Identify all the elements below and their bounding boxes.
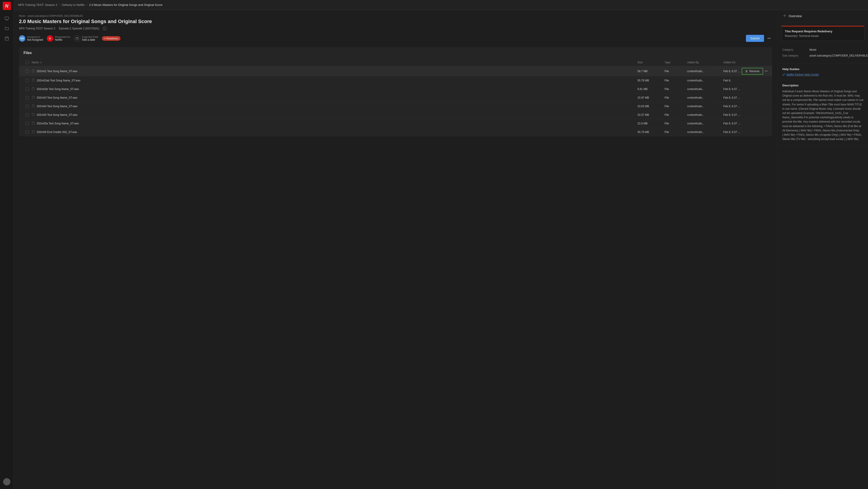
user-avatar[interactable]: [3, 478, 10, 485]
file-icon: [32, 96, 35, 99]
file-name: 202m02ab Test Song Name_ST.wav: [37, 79, 81, 82]
row-checkbox[interactable]: [26, 79, 29, 82]
page-content: Music - asset.subcategory.COMPOSER_DELIV…: [13, 10, 778, 489]
table-row: 202m02ab Test Song Name_ST.wav 55.78 MB …: [19, 76, 772, 85]
row-checkbox[interactable]: [26, 131, 29, 134]
file-added-on: Feb 8, 6:37 ...: [723, 122, 760, 125]
overview-title: Overview: [789, 14, 802, 18]
row-checkbox[interactable]: [26, 122, 29, 125]
sidebar-icon-monitor[interactable]: [3, 15, 11, 23]
file-icon: [32, 87, 35, 91]
table-row: 202m06 End Credits S02_ST.wav 45.79 MB F…: [19, 128, 772, 136]
action-bar: NA Assigned to Not Assigned N Requested …: [19, 35, 772, 42]
row-checkbox[interactable]: [26, 105, 29, 108]
reasons-value: Technical Issues: [799, 34, 819, 37]
breadcrumb-item-2[interactable]: Delivery to Netflix: [62, 3, 85, 6]
file-icon: [32, 121, 35, 125]
file-added-by: contenthubk...: [687, 88, 723, 91]
overview-header: Overview: [778, 10, 868, 22]
requested-by-item: N Requested by Netflix: [47, 35, 70, 41]
redelivery-notice-reason: Reason(s): Technical Issues: [785, 34, 861, 37]
sort-icon[interactable]: ⇅: [40, 61, 41, 64]
help-guides-title: Help Guides: [782, 67, 864, 71]
meta-episode: Episode 2: Episode 2 (81579181): [59, 27, 99, 30]
assigned-to-avatar: NA: [19, 35, 25, 41]
file-icon: [32, 130, 35, 134]
row-checkbox[interactable]: [26, 113, 29, 116]
description-title: Description: [782, 84, 864, 87]
breadcrumb-sep-1: /: [59, 3, 60, 6]
overview-icon: [782, 13, 786, 18]
calendar-icon: [74, 35, 80, 41]
info-icon[interactable]: i: [103, 27, 106, 30]
requested-by-avatar: N: [47, 35, 53, 41]
row-checkbox[interactable]: [26, 88, 29, 91]
row-checkbox-cell: [23, 79, 32, 82]
select-all-checkbox[interactable]: [26, 61, 29, 64]
file-size: 55.78 MB: [638, 79, 664, 82]
sidebar-bottom: [3, 478, 10, 487]
trash-icon: 🗑: [745, 70, 748, 73]
file-size: 9.81 MB: [638, 88, 664, 91]
row-checkbox[interactable]: [26, 70, 29, 73]
help-guides-section: Help Guides Netflix Partner Help Center: [778, 64, 868, 80]
file-name: 202m06 End Credits S02_ST.wav: [37, 131, 77, 134]
file-name-cell: 202m02ab Test Song Name_ST.wav: [32, 79, 638, 82]
help-link[interactable]: Netflix Partner Help Center: [782, 73, 864, 76]
file-name-cell: 202m03 Test Song Name_ST.wav: [32, 96, 638, 99]
file-added-by: contenthubk...: [687, 79, 723, 82]
file-added-by: contenthubk...: [687, 96, 723, 99]
expected-date-value[interactable]: Add a date: [82, 38, 98, 41]
table-row: 202m02b Test Song Name_ST.wav 9.81 MB Fi…: [19, 85, 772, 93]
help-link-label: Netflix Partner Help Center: [786, 73, 819, 76]
category-row: Category Music: [782, 48, 864, 51]
header-name-label: Name: [32, 61, 39, 64]
file-type: File: [664, 96, 687, 99]
files-header: Files: [19, 47, 772, 59]
table-row: 202m01 Test Song Name_ST.wav 56.7 MB Fil…: [19, 66, 772, 76]
file-name-cell: 202m06 End Credits S02_ST.wav: [32, 130, 638, 134]
content-area: Music - asset.subcategory.COMPOSER_DELIV…: [13, 10, 868, 489]
file-added-on: Feb 8, 6:37 ...: [723, 105, 760, 108]
row-checkbox-cell: [23, 131, 32, 134]
remove-button[interactable]: 🗑 Remove: [742, 68, 763, 75]
breadcrumb-item-1[interactable]: NPS Training TEST: Season 2: [18, 3, 57, 6]
action-bar-right: Submit •••: [746, 35, 772, 42]
row-more-button[interactable]: •••: [764, 69, 769, 74]
assigned-to-item: NA Assigned to Not Assigned: [19, 35, 43, 41]
remove-btn-container: 🗑 Remove: [742, 68, 763, 75]
assigned-to-value[interactable]: Not Assigned: [27, 38, 43, 41]
file-size: 15.97 MB: [638, 96, 664, 99]
table-row: 202m05 Test Song Name_ST.wav 33.37 MB Fi…: [19, 111, 772, 119]
file-type: File: [664, 70, 687, 73]
header-added-on-label: Added On: [723, 61, 736, 64]
header-added-by-label: Added By: [687, 61, 699, 64]
breadcrumb: NPS Training TEST: Season 2 / Delivery t…: [13, 0, 868, 10]
more-options-button[interactable]: •••: [766, 35, 772, 41]
header-size: Size: [638, 61, 664, 64]
file-added-by: contenthubk...: [687, 105, 723, 108]
file-added-on: Feb 8, 6:37 ...: [723, 96, 760, 99]
expected-date-info: Expected Date Add a date: [82, 35, 98, 41]
file-size: 23.03 MB: [638, 105, 664, 108]
file-type: File: [664, 105, 687, 108]
main-content: NPS Training TEST: Season 2 / Delivery t…: [13, 0, 868, 489]
subcategory-value: asset.subcategory.COMPOSER_DELIVERABLES: [809, 54, 868, 57]
file-name: 202m01 Test Song Name_ST.wav: [37, 70, 78, 73]
redelivery-notice: This Request Requires Redelivery Reason(…: [781, 26, 864, 41]
submit-button[interactable]: Submit: [746, 35, 764, 42]
category-value: Music: [809, 48, 816, 51]
sidebar-icon-calendar[interactable]: [3, 34, 11, 42]
row-checkbox[interactable]: [26, 96, 29, 99]
sidebar-icon-folder[interactable]: [3, 24, 11, 33]
file-type: File: [664, 113, 687, 116]
file-added-on: Feb 8, 6:37 ...: [723, 88, 760, 91]
file-added-by: contenthubk...: [687, 122, 723, 125]
sidebar-left: N: [0, 0, 13, 489]
netflix-logo[interactable]: N: [3, 2, 11, 10]
file-name: 202m04 Test Song Name_ST.wav: [37, 105, 78, 108]
requested-by-label: Requested by: [55, 35, 70, 38]
category-section: Category Music Sub category asset.subcat…: [778, 45, 868, 64]
file-type: File: [664, 88, 687, 91]
file-name-cell: 202m02b Test Song Name_ST.wav: [32, 87, 638, 91]
